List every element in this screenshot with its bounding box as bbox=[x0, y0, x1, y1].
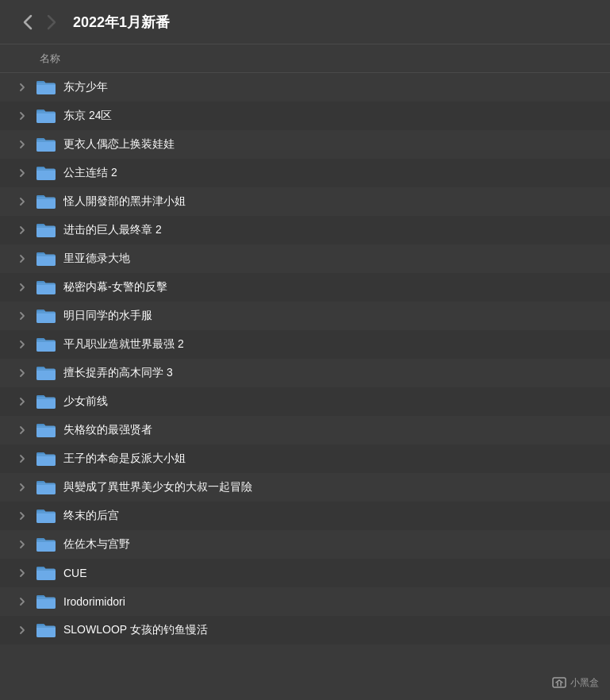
chevron-right-icon bbox=[16, 452, 29, 465]
file-name-label: 明日同学的水手服 bbox=[63, 309, 152, 323]
forward-button[interactable] bbox=[40, 11, 63, 33]
file-name-label: 少女前线 bbox=[63, 394, 108, 409]
chevron-right-icon bbox=[16, 252, 29, 265]
chevron-right-icon bbox=[16, 367, 29, 379]
chevron-right-icon bbox=[16, 281, 29, 294]
chevron-right-icon bbox=[16, 338, 29, 351]
list-item[interactable]: 东方少年 bbox=[0, 73, 610, 102]
chevron-right-icon bbox=[16, 395, 29, 408]
folder-icon bbox=[35, 536, 57, 553]
list-item[interactable]: 佐佐木与宫野 bbox=[0, 530, 610, 559]
file-name-label: 平凡职业造就世界最强 2 bbox=[63, 337, 184, 352]
list-item[interactable]: 更衣人偶恋上换装娃娃 bbox=[0, 130, 610, 159]
folder-icon bbox=[35, 336, 57, 353]
chevron-right-icon bbox=[16, 481, 29, 494]
folder-icon bbox=[35, 164, 57, 182]
file-name-label: SLOWLOOP 女孩的钓鱼慢活 bbox=[63, 623, 208, 637]
chevron-right-icon bbox=[16, 195, 29, 208]
folder-icon bbox=[35, 279, 57, 296]
list-item[interactable]: 失格纹的最强贤者 bbox=[0, 416, 610, 444]
file-name-label: 东方少年 bbox=[63, 80, 108, 94]
chevron-right-icon bbox=[16, 167, 29, 179]
folder-icon bbox=[35, 79, 57, 96]
file-name-label: Irodorimidori bbox=[63, 595, 125, 608]
folder-icon bbox=[35, 107, 57, 125]
folder-icon bbox=[35, 421, 57, 439]
list-item[interactable]: 怪人開發部的黑井津小姐 bbox=[0, 187, 610, 216]
list-item[interactable]: CUE bbox=[0, 559, 610, 587]
list-item[interactable]: 王子的本命是反派大小姐 bbox=[0, 444, 610, 473]
folder-icon bbox=[35, 564, 57, 582]
file-name-label: 佐佐木与宫野 bbox=[63, 537, 130, 552]
folder-icon bbox=[35, 250, 57, 267]
folder-icon bbox=[35, 479, 57, 496]
chevron-right-icon bbox=[16, 110, 29, 122]
list-item[interactable]: 擅长捉弄的高木同学 3 bbox=[0, 359, 610, 387]
chevron-right-icon bbox=[16, 310, 29, 322]
column-header: 名称 bbox=[0, 44, 610, 73]
folder-icon bbox=[35, 593, 57, 610]
chevron-right-icon bbox=[16, 224, 29, 237]
list-item[interactable]: SLOWLOOP 女孩的钓鱼慢活 bbox=[0, 616, 610, 644]
watermark: 小黑盒 bbox=[551, 675, 599, 690]
file-name-label: 王子的本命是反派大小姐 bbox=[63, 452, 186, 466]
list-item[interactable]: 终末的后宫 bbox=[0, 502, 610, 530]
list-item[interactable]: 少女前线 bbox=[0, 387, 610, 416]
list-item[interactable]: 东京 24区 bbox=[0, 102, 610, 130]
chevron-right-icon bbox=[16, 624, 29, 637]
folder-icon bbox=[35, 364, 57, 382]
svg-rect-0 bbox=[553, 678, 566, 687]
list-item[interactable]: Irodorimidori bbox=[0, 587, 610, 616]
chevron-right-icon bbox=[16, 567, 29, 579]
file-name-label: 秘密内幕-女警的反擊 bbox=[63, 280, 167, 294]
folder-icon bbox=[35, 307, 57, 325]
chevron-right-icon bbox=[16, 424, 29, 437]
file-name-label: 公主连结 2 bbox=[63, 166, 117, 180]
folder-icon bbox=[35, 221, 57, 239]
list-item[interactable]: 與變成了異世界美少女的大叔一起冒險 bbox=[0, 473, 610, 502]
chevron-right-icon bbox=[16, 595, 29, 608]
folder-icon bbox=[35, 507, 57, 525]
folder-icon bbox=[35, 193, 57, 210]
file-name-label: 终末的后宫 bbox=[63, 509, 119, 523]
file-name-label: 怪人開發部的黑井津小姐 bbox=[63, 194, 186, 209]
list-item[interactable]: 平凡职业造就世界最强 2 bbox=[0, 330, 610, 359]
column-name-label: 名称 bbox=[40, 52, 60, 64]
file-name-label: CUE bbox=[63, 567, 87, 579]
folder-icon bbox=[35, 136, 57, 153]
file-name-label: 更衣人偶恋上换装娃娃 bbox=[63, 137, 175, 152]
file-name-label: 里亚德录大地 bbox=[63, 252, 130, 266]
chevron-right-icon bbox=[16, 138, 29, 151]
list-item[interactable]: 里亚德录大地 bbox=[0, 244, 610, 273]
file-name-label: 與變成了異世界美少女的大叔一起冒險 bbox=[63, 480, 252, 494]
file-name-label: 东京 24区 bbox=[63, 109, 112, 123]
back-button[interactable] bbox=[16, 11, 40, 33]
file-name-label: 失格纹的最强贤者 bbox=[63, 423, 152, 437]
list-item[interactable]: 秘密内幕-女警的反擊 bbox=[0, 273, 610, 302]
folder-icon bbox=[35, 450, 57, 467]
watermark-text: 小黑盒 bbox=[570, 676, 599, 690]
folder-icon bbox=[35, 393, 57, 410]
chevron-right-icon bbox=[16, 538, 29, 551]
header: 2022年1月新番 bbox=[0, 0, 610, 44]
file-name-label: 进击的巨人最终章 2 bbox=[63, 223, 162, 237]
list-item[interactable]: 明日同学的水手服 bbox=[0, 302, 610, 330]
list-item[interactable]: 进击的巨人最终章 2 bbox=[0, 216, 610, 244]
file-list: 东方少年 东京 24区 更衣人偶恋上换装娃娃 公主连结 2 怪人開發部的黑井津小… bbox=[0, 73, 610, 700]
list-item[interactable]: 公主连结 2 bbox=[0, 159, 610, 187]
file-name-label: 擅长捉弄的高木同学 3 bbox=[63, 366, 173, 380]
folder-icon bbox=[35, 621, 57, 639]
chevron-right-icon bbox=[16, 81, 29, 94]
chevron-right-icon bbox=[16, 510, 29, 522]
page-title: 2022年1月新番 bbox=[73, 13, 170, 32]
